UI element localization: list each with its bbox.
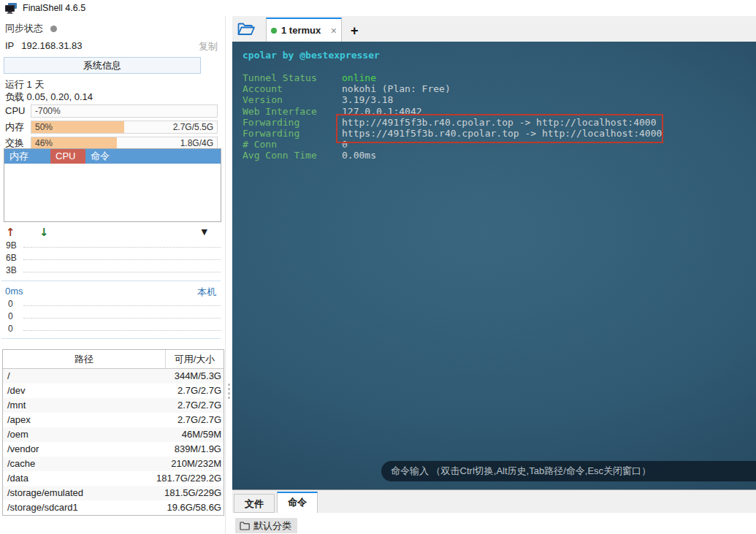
tab-label: 1 termux <box>281 25 321 36</box>
tab-status-dot-icon <box>271 28 277 34</box>
title-bar: FinalShell 4.6.5 <box>0 0 756 16</box>
terminal-banner: cpolar by @bestexpresser <box>243 50 756 61</box>
net-y-label: 3B <box>6 265 17 275</box>
network-graph-legend: ↑ ↓ ▼ <box>4 226 218 239</box>
ip-label: IP <box>5 40 14 53</box>
new-tab-button[interactable]: + <box>351 24 359 37</box>
folder-icon <box>240 522 250 530</box>
disk-value: 2.7G/2.7G <box>126 413 224 427</box>
terminal-field-value: https://491f5f3b.r40.cpolar.top -> http:… <box>342 128 662 139</box>
cpu-meter-row: CPU -700% <box>5 104 218 117</box>
column-header-command[interactable]: 命令 <box>85 149 221 164</box>
swap-meter-text: 46% <box>35 138 53 148</box>
memory-meter-bar: 50% 2.7G/5.5G <box>31 121 218 134</box>
default-category-label: 默认分类 <box>253 519 291 533</box>
disk-row[interactable]: /vendor 839M/1.9G <box>3 442 224 457</box>
commands-content: 默认分类 <box>232 513 756 534</box>
cpu-meter-text: -700% <box>35 106 61 116</box>
window-title: FinalShell 4.6.5 <box>23 3 85 13</box>
terminal-field-label: Tunnel Status <box>243 72 342 83</box>
disk-row[interactable]: /oem 46M/59M <box>3 427 224 442</box>
copy-ip-button[interactable]: 复制 <box>199 40 218 53</box>
terminal-field-value: online <box>342 72 376 83</box>
ping-min-label: 0ms <box>5 286 23 299</box>
tab-commands[interactable]: 命令 <box>277 492 318 513</box>
terminal-output: cpolar by @bestexpresser Tunnel Status o… <box>232 42 756 161</box>
disk-path: /dev <box>3 384 126 398</box>
terminal-tab-bar: 1 termux × + <box>232 16 756 42</box>
terminal-field-label: Forwarding <box>243 117 342 128</box>
graph-row: 0 <box>0 310 222 323</box>
tab-close-icon[interactable]: × <box>331 26 337 36</box>
swap-meter-row: 交换 46% 1.8G/4G <box>5 137 218 149</box>
terminal-field-label: # Conn <box>243 139 342 150</box>
disk-value: 181.5G/229G <box>126 486 224 500</box>
terminal-area[interactable]: cpolar by @bestexpresser Tunnel Status o… <box>232 42 756 489</box>
default-category-chip[interactable]: 默认分类 <box>235 518 297 533</box>
disk-path: /apex <box>3 413 126 427</box>
terminal-field-value: 127.0.0.1:4042 <box>342 106 422 117</box>
folder-open-icon <box>237 23 255 36</box>
disk-value: 2.7G/2.7G <box>126 384 224 398</box>
terminal-line-forwarding-https: Forwarding https://491f5f3b.r40.cpolar.t… <box>243 128 756 139</box>
column-header-memory[interactable]: 内存 <box>4 149 50 164</box>
disk-row[interactable]: /data 181.7G/229.2G <box>3 471 224 486</box>
cpu-meter-label: CPU <box>5 105 31 116</box>
terminal-field-label: Account <box>243 83 342 94</box>
cpu-meter-bar: -700% <box>31 104 218 118</box>
process-table-header: 内存 CPU 命令 <box>4 149 221 164</box>
open-folder-button[interactable] <box>232 17 260 42</box>
download-arrow-icon: ↓ <box>39 226 49 239</box>
disk-row[interactable]: /cache 210M/232M <box>3 457 224 471</box>
swap-meter-bar: 46% 1.8G/4G <box>31 137 218 150</box>
disk-row[interactable]: /mnt 2.7G/2.7G <box>3 398 224 413</box>
splitter-grip-icon[interactable] <box>228 384 230 399</box>
memory-meter-row: 内存 50% 2.7G/5.5G <box>5 121 218 133</box>
disk-path: /oem <box>3 427 126 442</box>
disk-row[interactable]: /apex 2.7G/2.7G <box>3 413 224 427</box>
memory-meter-text: 50% <box>35 122 53 132</box>
ping-latency-graph: 0 0 0 <box>0 298 222 335</box>
disk-row[interactable]: /dev 2.7G/2.7G <box>3 384 224 398</box>
column-header-avail-size[interactable]: 可用/大小 <box>166 350 224 368</box>
terminal-line: Web Interface 127.0.0.1:4042 <box>243 106 756 117</box>
network-traffic-graph: 9B 6B 3B <box>0 240 222 277</box>
disk-value: 46M/59M <box>126 427 224 442</box>
terminal-line: Account nokohi (Plan: Free) <box>243 83 756 94</box>
terminal-line-forwarding-http: Forwarding http://491f5f3b.r40.cpolar.to… <box>243 117 756 128</box>
graph-row: 6B <box>0 252 222 264</box>
terminal-field-value: 0.00ms <box>342 150 376 161</box>
terminal-field-label: Avg Conn Time <box>243 150 342 161</box>
tab-files[interactable]: 文件 <box>234 494 275 513</box>
terminal-line: # Conn 0 <box>243 139 756 150</box>
terminal-line: Tunnel Status online <box>243 72 756 83</box>
memory-meter-label: 内存 <box>5 121 31 134</box>
terminal-line: Avg Conn Time 0.00ms <box>243 150 756 161</box>
swap-meter-label: 交换 <box>5 137 31 150</box>
bottom-tab-strip: 文件 命令 <box>234 492 320 513</box>
column-header-path[interactable]: 路径 <box>3 350 166 368</box>
disk-path: / <box>3 369 126 384</box>
finalshell-window: FinalShell 4.6.5 同步状态 IP 192.168.31.83 复… <box>0 0 756 534</box>
disk-row[interactable]: /storage/emulated 181.5G/229G <box>3 486 224 500</box>
disk-path: /vendor <box>3 442 126 457</box>
tab-termux[interactable]: 1 termux × <box>266 18 342 42</box>
column-header-cpu[interactable]: CPU <box>50 149 85 164</box>
graph-row: 0 <box>0 298 222 310</box>
ping-host-label: 本机 <box>197 286 216 299</box>
disk-table-header: 路径 可用/大小 <box>3 350 224 369</box>
ip-row: IP 192.168.31.83 复制 <box>5 40 218 53</box>
disk-value: 2.7G/2.7G <box>126 398 224 413</box>
disk-row[interactable]: /storage/sdcard1 19.6G/58.6G <box>3 500 224 515</box>
disk-value: 181.7G/229.2G <box>126 471 224 486</box>
terminal-field-value: nokohi (Plan: Free) <box>342 83 451 94</box>
disk-row[interactable]: / 344M/5.3G <box>3 369 224 384</box>
ping-y-label: 0 <box>8 311 13 321</box>
ip-value: 192.168.31.83 <box>21 40 82 53</box>
sync-status-dot-icon <box>50 26 57 32</box>
system-info-button[interactable]: 系统信息 <box>4 57 201 74</box>
disk-value: 210M/232M <box>126 457 224 471</box>
graph-dropdown-icon[interactable]: ▼ <box>202 227 207 237</box>
disk-path: /data <box>3 471 126 486</box>
terminal-field-label: Forwarding <box>243 128 342 139</box>
